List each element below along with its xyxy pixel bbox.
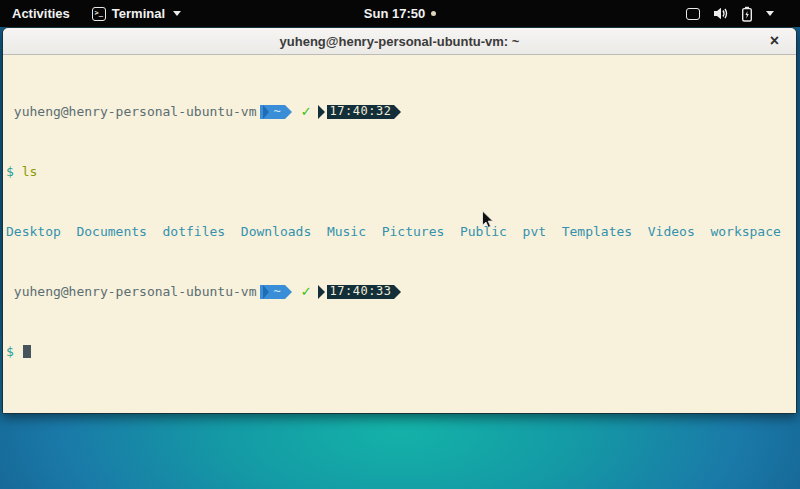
top-bar: Activities >_ Terminal Sun 17:50	[0, 0, 800, 27]
prompt-line: yuheng@henry-personal-ubuntu-vm ~ ✓ 17:4…	[6, 104, 796, 119]
terminal-cursor	[23, 345, 31, 358]
clock-button[interactable]: Sun 17:50	[364, 6, 436, 21]
top-bar-left: Activities >_ Terminal	[0, 0, 191, 27]
app-menu-button[interactable]: >_ Terminal	[82, 0, 191, 27]
activities-button[interactable]: Activities	[0, 0, 82, 27]
prompt-user-host: yuheng@henry-personal-ubuntu-vm	[6, 104, 256, 119]
terminal-app-icon: >_	[92, 7, 106, 21]
chevron-down-icon	[766, 11, 774, 16]
terminal-app-icon-glyph: >_	[95, 10, 103, 17]
prompt-time: 17:40:32	[327, 105, 395, 119]
powerline-dir-segment: ~	[260, 104, 291, 119]
powerline-arrow-icon	[285, 105, 292, 119]
prompt-dir: ~	[273, 104, 280, 119]
volume-icon	[713, 7, 728, 20]
powerline-arrow-icon	[263, 285, 269, 299]
powerline-dir-segment: ~	[260, 284, 291, 299]
screencast-icon	[686, 8, 700, 20]
prompt-line: yuheng@henry-personal-ubuntu-vm ~ ✓ 17:4…	[6, 284, 796, 299]
status-ok-icon: ✓	[301, 284, 312, 299]
command-text: ls	[22, 164, 38, 179]
prompt-time: 17:40:33	[327, 285, 395, 299]
prompt-dir: ~	[273, 284, 280, 299]
terminal-content[interactable]: yuheng@henry-personal-ubuntu-vm ~ ✓ 17:4…	[3, 56, 796, 413]
powerline-time-segment: 17:40:32	[318, 104, 402, 119]
command-line: $ ls	[6, 164, 796, 179]
prompt-user-host: yuheng@henry-personal-ubuntu-vm	[6, 284, 256, 299]
powerline-arrow-icon	[263, 105, 269, 119]
close-button[interactable]: ×	[770, 28, 779, 54]
prompt-dollar: $	[6, 344, 14, 359]
powerline-arrow-icon	[394, 285, 401, 299]
window-titlebar[interactable]: yuheng@henry-personal-ubuntu-vm: ~ ×	[3, 28, 796, 55]
status-ok-icon: ✓	[301, 104, 312, 119]
desktop[interactable]: { "colors": { "topbar_bg": "#060606", "t…	[0, 0, 800, 489]
app-menu-label: Terminal	[112, 6, 165, 21]
prompt-dollar: $	[6, 164, 14, 179]
terminal-window: yuheng@henry-personal-ubuntu-vm: ~ × yuh…	[2, 27, 797, 414]
activities-label: Activities	[12, 6, 70, 21]
caret-down-icon	[173, 11, 181, 16]
ls-output: Desktop Documents dotfiles Downloads Mus…	[6, 224, 796, 239]
notification-dot	[431, 11, 436, 16]
powerline-arrow-icon	[285, 285, 292, 299]
powerline-time-segment: 17:40:33	[318, 284, 402, 299]
mouse-cursor-icon	[481, 210, 495, 230]
powerline-arrow-icon	[318, 105, 325, 119]
window-title: yuheng@henry-personal-ubuntu-vm: ~	[280, 34, 520, 49]
battery-charging-icon	[741, 6, 753, 22]
powerline-arrow-icon	[394, 105, 401, 119]
clock-label: Sun 17:50	[364, 6, 425, 21]
input-line: $	[6, 344, 796, 359]
system-status-menu[interactable]	[686, 0, 774, 27]
powerline-arrow-icon	[318, 285, 325, 299]
